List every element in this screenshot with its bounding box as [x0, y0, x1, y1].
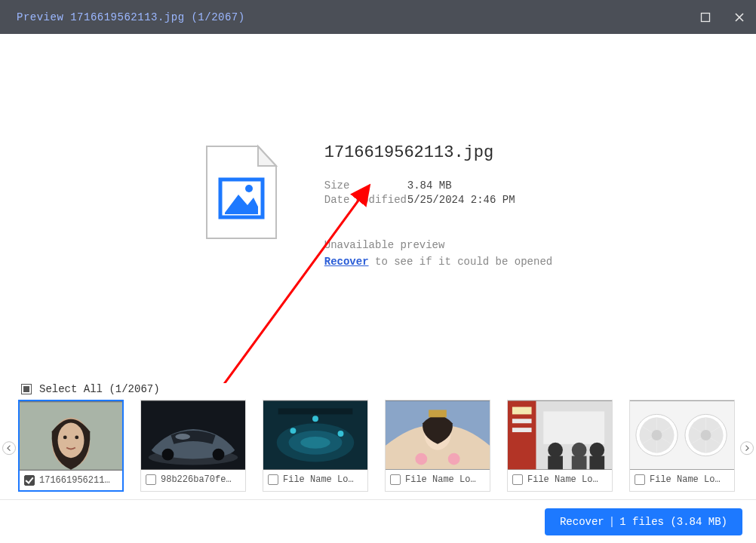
thumbnail[interactable]: File Name Lo… [385, 400, 490, 492]
thumbnail-label: 171661956211… [39, 475, 118, 486]
size-value: 3.84 MB [407, 179, 452, 193]
thumbnail-image [263, 400, 367, 470]
recover-line: Recover to see if it could be opened [324, 256, 552, 268]
maximize-icon [700, 12, 711, 23]
thumbnail[interactable]: File Name Lo… [507, 400, 613, 492]
select-all-checkbox[interactable] [21, 384, 32, 394]
strip-prev-button[interactable] [2, 441, 16, 455]
thumbnail-caption: File Name Lo… [386, 470, 490, 489]
recover-link[interactable]: Recover [324, 256, 369, 268]
select-all-label: Select All (1/2067) [39, 383, 160, 395]
footer: Recover | 1 files (3.84 MB) [0, 499, 756, 543]
thumbnail-checkbox[interactable] [24, 475, 35, 486]
modified-label: Date Modified [324, 193, 407, 207]
strip-next-button[interactable] [740, 441, 754, 455]
thumbnail-caption: File Name Lo… [263, 470, 367, 489]
file-metadata: 1716619562113.jpg Size 3.84 MB Date Modi… [324, 143, 552, 268]
recover-button-summary: 1 files (3.84 MB) [619, 516, 727, 528]
chevron-left-icon [6, 445, 12, 451]
thumbnail-label: File Name Lo… [283, 474, 363, 485]
thumbnail-caption: File Name Lo… [630, 470, 734, 489]
thumbnail-caption: 171661956211… [20, 471, 122, 490]
close-icon [734, 12, 745, 23]
window-title: Preview 1716619562113.jpg (1/2067) [17, 11, 245, 23]
size-label: Size [324, 179, 407, 193]
svg-marker-2 [258, 146, 276, 166]
thumbnail-strip: 171661956211…98b226ba70fe…File Name Lo…F… [0, 400, 756, 499]
modified-row: Date Modified 5/25/2024 2:46 PM [324, 193, 552, 207]
thumbnail-caption: File Name Lo… [508, 470, 612, 489]
thumbnail-checkbox[interactable] [635, 474, 645, 485]
modified-value: 5/25/2024 2:46 PM [407, 193, 515, 207]
svg-point-6 [245, 185, 253, 192]
thumbnail-checkbox[interactable] [512, 474, 523, 485]
thumbnail-image [141, 400, 245, 470]
maximize-button[interactable] [688, 0, 722, 34]
thumbnail-checkbox[interactable] [268, 474, 278, 485]
strip-header: Select All (1/2067) [0, 383, 756, 400]
thumbnail-image [508, 400, 612, 470]
recover-button[interactable]: Recover | 1 files (3.84 MB) [545, 508, 742, 535]
file-icon [204, 143, 279, 241]
thumbnail[interactable]: File Name Lo… [263, 400, 368, 492]
close-button[interactable] [722, 0, 756, 34]
thumbnail-checkbox[interactable] [390, 474, 401, 485]
unavailable-label: Unavailable preview [324, 239, 552, 251]
size-row: Size 3.84 MB [324, 179, 552, 193]
recover-button-label: Recover [560, 516, 604, 528]
recover-suffix: to see if it could be opened [369, 256, 553, 268]
chevron-right-icon [744, 445, 750, 451]
thumbnail-label: File Name Lo… [650, 474, 730, 485]
thumbnail-caption: 98b226ba70fe… [141, 470, 245, 489]
thumbnail[interactable]: 171661956211… [18, 400, 124, 492]
thumbnail-label: File Name Lo… [527, 474, 607, 485]
thumbnail-checkbox[interactable] [146, 474, 156, 485]
thumbnail-label: File Name Lo… [405, 474, 485, 485]
filename: 1716619562113.jpg [324, 143, 552, 162]
titlebar: Preview 1716619562113.jpg (1/2067) [0, 0, 756, 34]
thumbnail-image [386, 400, 490, 470]
thumbnail-label: 98b226ba70fe… [161, 474, 241, 485]
thumbnail[interactable]: 98b226ba70fe… [140, 400, 246, 492]
separator: | [609, 516, 615, 528]
preview-area: 1716619562113.jpg Size 3.84 MB Date Modi… [0, 34, 756, 383]
svg-rect-0 [701, 13, 709, 21]
window-controls [688, 0, 756, 34]
thumbnail[interactable]: File Name Lo… [629, 400, 735, 492]
thumbnail-image [630, 400, 734, 470]
thumbnail-image [20, 401, 122, 471]
